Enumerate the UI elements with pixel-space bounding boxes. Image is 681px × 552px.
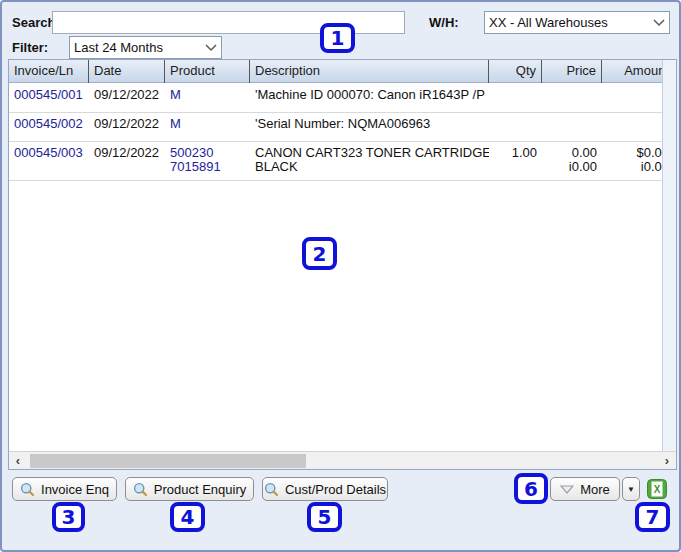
- vertical-scrollbar[interactable]: [662, 60, 676, 451]
- export-excel-button[interactable]: X: [645, 477, 668, 501]
- grid-header-row: Invoice/Ln Date Product Description Qty …: [9, 60, 662, 83]
- price-cell: 0.00 i0.00: [542, 142, 602, 180]
- cust-prod-details-button[interactable]: Cust/Prod Details: [262, 477, 388, 501]
- invoice-enq-button[interactable]: Invoice Enq: [12, 477, 117, 501]
- description-line: 'Serial Number: NQMA006963: [255, 117, 484, 131]
- product-enquiry-button[interactable]: Product Enquiry: [125, 477, 254, 501]
- annotation-marker-1: 1: [320, 23, 355, 53]
- qty-cell: [489, 84, 542, 112]
- warehouse-label: W/H:: [429, 15, 459, 30]
- column-header-amount[interactable]: Amount: [602, 60, 662, 83]
- amount-line: $0.00: [607, 146, 662, 160]
- column-header-price[interactable]: Price: [542, 60, 602, 83]
- horizontal-scrollbar[interactable]: ‹ ›: [9, 451, 676, 469]
- price-line: 0.00: [547, 146, 597, 160]
- table-row[interactable]: 000545/002 09/12/2022 M 'Serial Number: …: [9, 113, 662, 142]
- triangle-down-icon: [560, 484, 574, 494]
- column-header-qty[interactable]: Qty: [489, 60, 542, 83]
- description-cell: 'Serial Number: NQMA006963: [250, 113, 489, 141]
- description-line: 'Machine ID 000070: Canon iR1643P /P: [255, 88, 484, 102]
- product-link[interactable]: M: [165, 113, 250, 141]
- invoice-enq-button-label: Invoice Enq: [41, 482, 109, 497]
- date-cell: 09/12/2022: [89, 142, 165, 180]
- table-row[interactable]: 000545/003 09/12/2022 500230 7015891 CAN…: [9, 142, 662, 181]
- qty-cell: 1.00: [489, 142, 542, 180]
- description-line: BLACK: [255, 160, 484, 174]
- amount-line: i0.00: [607, 160, 662, 174]
- cust-prod-details-button-label: Cust/Prod Details: [285, 482, 386, 497]
- product-line: M: [170, 88, 245, 102]
- amount-cell: [602, 84, 662, 112]
- filter-select-value: Last 24 Months: [74, 40, 201, 55]
- amount-cell: [602, 113, 662, 141]
- filter-select[interactable]: Last 24 Months: [69, 36, 222, 59]
- excel-export-icon: X: [647, 479, 667, 499]
- date-cell: 09/12/2022: [89, 113, 165, 141]
- price-cell: [542, 84, 602, 112]
- more-button-label: More: [580, 482, 610, 497]
- date-cell: 09/12/2022: [89, 84, 165, 112]
- column-header-product[interactable]: Product: [165, 60, 250, 83]
- chevron-down-icon: [205, 44, 217, 52]
- magnifier-icon: [20, 482, 35, 497]
- annotation-marker-4: 4: [170, 502, 205, 532]
- product-line: 7015891: [170, 160, 245, 174]
- price-cell: [542, 113, 602, 141]
- column-header-description[interactable]: Description: [250, 60, 489, 83]
- invoice-link[interactable]: 000545/003: [9, 142, 89, 180]
- table-row[interactable]: 000545/001 09/12/2022 M 'Machine ID 0000…: [9, 84, 662, 113]
- chevron-down-icon: [653, 19, 665, 27]
- product-link[interactable]: 500230 7015891: [165, 142, 250, 180]
- price-line: i0.00: [547, 160, 597, 174]
- column-header-invoice[interactable]: Invoice/Ln: [9, 60, 89, 83]
- amount-cell: $0.00 i0.00: [602, 142, 662, 180]
- description-cell: CANON CART323 TONER CARTRIDGE BLACK: [250, 142, 489, 180]
- qty-cell: [489, 113, 542, 141]
- annotation-marker-2: 2: [302, 237, 337, 270]
- invoice-link[interactable]: 000545/001: [9, 84, 89, 112]
- grid-body: 000545/001 09/12/2022 M 'Machine ID 0000…: [9, 84, 662, 181]
- column-header-date[interactable]: Date: [89, 60, 165, 83]
- description-line: CANON CART323 TONER CARTRIDGE: [255, 146, 484, 160]
- filter-label: Filter:: [12, 40, 48, 55]
- product-link[interactable]: M: [165, 84, 250, 112]
- scroll-right-arrow-icon[interactable]: ›: [658, 452, 676, 470]
- magnifier-icon: [133, 482, 148, 497]
- product-enquiry-button-label: Product Enquiry: [154, 482, 247, 497]
- invoice-enquiry-window: Search: W/H: XX - All Warehouses Filter:…: [0, 0, 681, 552]
- warehouse-select[interactable]: XX - All Warehouses: [484, 11, 670, 34]
- description-cell: 'Machine ID 000070: Canon iR1643P /P: [250, 84, 489, 112]
- annotation-marker-5: 5: [307, 502, 342, 532]
- warehouse-select-value: XX - All Warehouses: [489, 15, 649, 30]
- annotation-marker-3: 3: [52, 502, 85, 532]
- horizontal-scrollbar-thumb[interactable]: [30, 454, 306, 468]
- more-button[interactable]: More: [550, 477, 620, 501]
- annotation-marker-6: 6: [514, 473, 548, 504]
- scroll-left-arrow-icon[interactable]: ‹: [9, 452, 27, 470]
- dropdown-arrow-icon: ▼: [627, 485, 635, 494]
- results-grid: Invoice/Ln Date Product Description Qty …: [8, 59, 677, 470]
- magnifier-icon: [264, 482, 279, 497]
- more-dropdown-button[interactable]: ▼: [622, 477, 640, 501]
- invoice-link[interactable]: 000545/002: [9, 113, 89, 141]
- annotation-marker-7: 7: [635, 502, 670, 532]
- product-line: M: [170, 117, 245, 131]
- svg-text:X: X: [653, 484, 660, 495]
- product-line: 500230: [170, 146, 245, 160]
